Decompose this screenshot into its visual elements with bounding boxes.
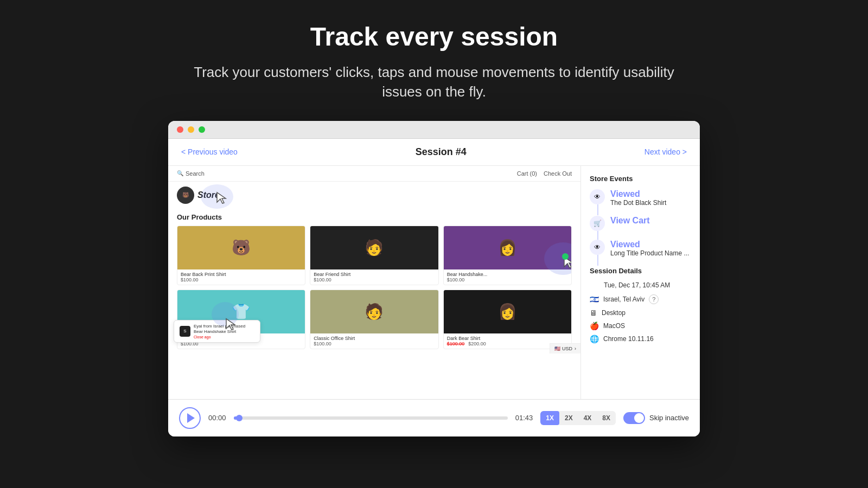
cart-icon: 🛒 — [590, 216, 605, 231]
prev-video-link[interactable]: < Previous video — [181, 147, 238, 156]
product-price-2: $100.00 — [314, 277, 435, 282]
browser-titlebar — [168, 121, 700, 139]
progress-dot[interactable] — [236, 415, 242, 421]
event-item-3: 👁 Viewed Long Title Product Name ... — [590, 240, 691, 258]
product-card-6[interactable]: 👩 Dark Bear Shirt $100.00 $200.00 — [443, 290, 572, 349]
store-view: 🔍 Search Cart (0) Check Out 🐻 S — [168, 166, 580, 399]
product-card-1[interactable]: 🐻 Bear Back Print Shirt $100.00 — [177, 226, 305, 285]
play-button[interactable] — [179, 407, 201, 429]
datetime-text: Tue, Dec 17, 10:45 AM — [604, 281, 670, 289]
os-text: MacOS — [603, 322, 625, 330]
product-name-3: Bear Handshake... — [447, 272, 568, 277]
product-price-1: $100.00 — [181, 277, 302, 282]
store-logo-area: 🐻 Store — [168, 182, 580, 209]
main-content: 🔍 Search Cart (0) Check Out 🐻 S — [168, 166, 700, 399]
svg-marker-2 — [226, 319, 235, 330]
skip-inactive-toggle: Skip inactive — [623, 412, 689, 424]
event-detail-1: The Dot Black Shirt — [610, 199, 666, 208]
minimize-dot[interactable] — [188, 126, 194, 133]
store-header: 🔍 Search Cart (0) Check Out — [168, 166, 580, 182]
event-label-2: View Cart — [610, 216, 650, 226]
calendar-icon — [590, 280, 599, 290]
checkout-label: Check Out — [544, 170, 572, 177]
product-name-2: Bear Friend Shirt — [314, 272, 435, 277]
current-time: 00:00 — [208, 414, 226, 422]
product-price-6: $200.00 — [468, 341, 486, 346]
product-price-3: $100.00 — [447, 277, 568, 282]
notif-time: Close ago — [194, 335, 245, 339]
maximize-dot[interactable] — [199, 126, 205, 133]
browser-window: < Previous video Session #4 Next video >… — [168, 121, 700, 436]
session-nav: < Previous video Session #4 Next video > — [168, 139, 700, 166]
product-name-6: Dark Bear Shirt — [447, 336, 568, 341]
total-time: 01:43 — [515, 414, 533, 422]
cart-label: Cart (0) — [517, 170, 537, 177]
event-detail-3: Long Title Product Name ... — [610, 249, 689, 258]
event-item-2: 🛒 View Cart — [590, 216, 691, 231]
skip-label: Skip inactive — [649, 414, 689, 422]
detail-datetime: Tue, Dec 17, 10:45 AM — [590, 280, 691, 290]
green-dot — [562, 253, 569, 260]
speed-controls: 1X 2X 4X 8X — [540, 411, 616, 425]
store-events-title: Store Events — [590, 175, 691, 183]
speed-1x[interactable]: 1X — [540, 411, 559, 425]
detail-device: 🖥 Desktop — [590, 309, 691, 317]
speed-4x[interactable]: 4X — [578, 411, 597, 425]
viewed-icon-1: 👁 — [590, 189, 605, 204]
browser-body: < Previous video Session #4 Next video >… — [168, 139, 700, 436]
flag-icon: 🇮🇱 — [590, 295, 599, 304]
session-details-title: Session Details — [590, 267, 691, 275]
page-title: Track every session — [310, 22, 558, 52]
browser-text: Chrome 10.11.16 — [603, 335, 654, 343]
product-name-1: Bear Back Print Shirt — [181, 272, 302, 277]
toggle-switch[interactable] — [623, 412, 645, 424]
location-help-icon[interactable]: ? — [649, 294, 659, 304]
event-label-1: Viewed — [610, 189, 666, 199]
cursor-arrow-1 — [216, 191, 227, 207]
notif-product: Bear Handshake Shirt — [194, 329, 245, 335]
product-price-sale-6: $100.00 — [447, 341, 465, 346]
event-label-3: Viewed — [610, 240, 689, 249]
detail-browser: 🌐 Chrome 10.11.16 — [590, 335, 691, 343]
device-text: Desktop — [602, 309, 626, 317]
product-name-5: Classic Office Shirt — [314, 336, 435, 341]
speed-8x[interactable]: 8X — [597, 411, 616, 425]
detail-os: 🍎 MacOS — [590, 322, 691, 330]
chrome-icon: 🌐 — [590, 335, 599, 343]
store-content-wrapper: 🔍 Search Cart (0) Check Out 🐻 S — [168, 166, 580, 354]
sidebar: Store Events 👁 Viewed The Dot Black Shir… — [580, 166, 700, 399]
play-icon — [187, 413, 195, 423]
event-item-1: 👁 Viewed The Dot Black Shirt — [590, 189, 691, 208]
page-subtitle: Track your customers' clicks, taps and m… — [190, 62, 678, 102]
product-price-5: $100.00 — [314, 341, 435, 346]
store-logo: 🐻 — [177, 187, 194, 204]
progress-bar[interactable] — [234, 416, 508, 420]
product-card-2[interactable]: 🧑 Bear Friend Shirt $100.00 — [310, 226, 438, 285]
next-video-link[interactable]: Next video > — [644, 147, 687, 156]
product-card-5[interactable]: 🧑 Classic Office Shirt $100.00 — [310, 290, 438, 349]
search-label: Search — [186, 170, 205, 177]
viewed-icon-2: 👁 — [590, 240, 605, 255]
cursor-arrow-3 — [225, 318, 236, 333]
currency-bar[interactable]: 🇺🇸 USD › — [550, 343, 580, 354]
products-title: Our Products — [177, 213, 572, 221]
location-text: Israel, Tel Aviv — [603, 296, 644, 303]
desktop-icon: 🖥 — [590, 309, 597, 317]
notif-shopify-icon: S — [180, 326, 190, 337]
product-card-3[interactable]: 👩 Bear Handshake... $100.00 — [443, 226, 572, 285]
apple-icon: 🍎 — [590, 322, 599, 330]
playback-bar: 00:00 01:43 1X 2X 4X 8X Skip inactive — [168, 399, 700, 436]
svg-marker-0 — [217, 192, 226, 203]
close-dot[interactable] — [177, 126, 183, 133]
speed-2x[interactable]: 2X — [559, 411, 578, 425]
detail-location: 🇮🇱 Israel, Tel Aviv ? — [590, 294, 691, 304]
toggle-knob — [634, 413, 644, 423]
session-title: Session #4 — [416, 146, 467, 158]
